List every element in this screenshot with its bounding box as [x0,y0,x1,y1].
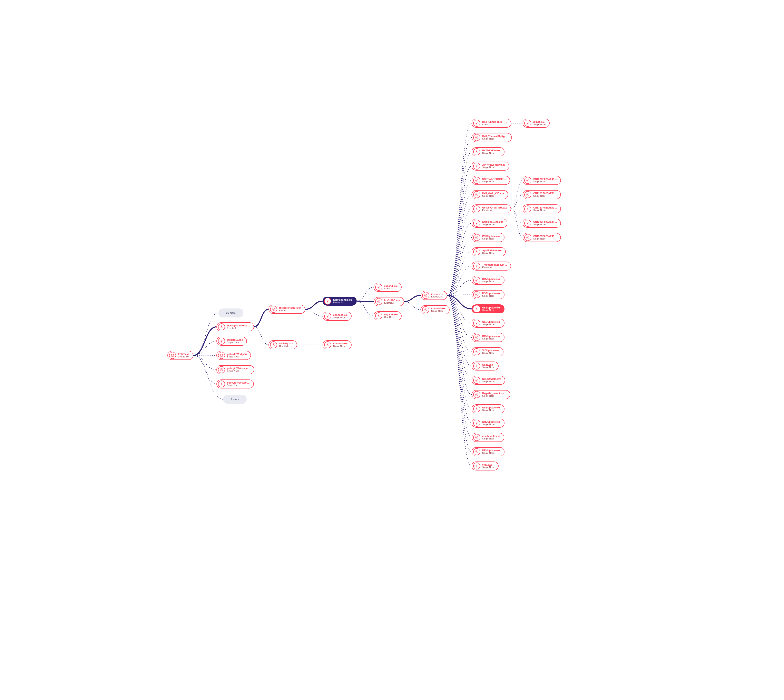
svg-point-8 [327,301,328,302]
inv-1[interactable]: conhost.exeSingle Node [421,305,450,314]
big-3[interactable]: APPWInventory.exeSingle Node [471,162,509,170]
gear-icon [524,120,531,127]
svc-1[interactable]: InvColPC.exeEvents: 2 [374,297,404,306]
big-13[interactable]: USBUpdate.exeSingle Node [471,304,505,313]
svg-point-35 [476,394,477,395]
svg-point-38 [476,437,477,438]
big-15[interactable]: DRVUpdate.exeSingle Node [471,333,505,342]
big-24[interactable]: cmd.exeSingle Node [471,462,498,470]
node-title: ServiceShell.exe [333,299,353,301]
left-node-3[interactable]: policytoWstorage…Single Node [216,365,254,374]
node-title: policytoWsystem… [227,382,250,384]
node-title: USBUpdate.exe [482,321,500,323]
node-title: DRVUpdate.exe [482,421,500,423]
gear-icon [473,320,480,327]
big-4[interactable]: SOFTWARECOMP…Single Node [471,176,510,185]
gdv-4[interactable]: CN132CF026AE41…Single Node [523,233,561,242]
node-title: CN132CF026AE41… [533,178,557,180]
big-7[interactable]: SalomonDeck.exeSingle Node [471,219,507,228]
big-5[interactable]: Dell_GWL_CIC.exeSingle Node [471,190,508,199]
svg-point-19 [476,166,477,167]
pill-less[interactable]: 9 more [223,395,247,404]
ridic-conhost-0[interactable]: conhost.exeSingle Node [323,312,351,321]
node-title: Update19.exe [227,339,243,341]
big-6[interactable]: GetDevDrVer32W.exeEvents: 4 [471,205,511,213]
svg-point-23 [476,223,477,223]
big-11[interactable]: DRVUpdate.exeSingle Node [471,276,505,285]
svg-point-7 [273,344,274,345]
node-subtitle: Single Node [482,166,505,169]
big-1[interactable]: Dell_ThermalPlpKgl…Single Node [471,133,512,142]
node-title: expand.exe [384,285,398,287]
node-subtitle: Single Node [482,438,500,440]
node-subtitle: Single Node [533,223,557,226]
big-8[interactable]: PNPUpdate.exeSingle Node [471,233,505,242]
svg-point-34 [476,380,477,381]
node-title: conhost.exe [333,342,348,345]
svc-0[interactable]: expand.exeOne Child [374,283,401,292]
svc-2[interactable]: expand.exeOne Child [374,311,401,320]
node-subtitle: Single Node [482,180,506,183]
big-0[interactable]: Bnd_Check_Run_T…One Child [471,119,511,128]
gear-icon [524,205,531,212]
gdv-0[interactable]: CN132CF026AE41…Single Node [523,176,561,185]
big-16[interactable]: VIDUpdate.exeSingle Node [471,347,503,356]
svg-point-1 [221,327,222,327]
big-14[interactable]: USBUpdate.exeSingle Node [471,319,505,328]
svg-point-12 [378,301,379,302]
big-9[interactable]: AppUpdateu.exeSingle Node [471,247,506,256]
node-title: ThunderboltZdevIn… [482,263,507,266]
dell-0[interactable]: RIDICExtractor.exeEvents: 2 [269,305,305,314]
big-19[interactable]: Reg-MX_Inventory…Single Node [471,390,510,399]
big-22[interactable]: combininfo.exeSingle Node [471,433,504,442]
big-10[interactable]: ThunderboltZdevIn…Events: 0 [471,262,511,270]
root-node[interactable]: ESMT.exeEvents: 50 [167,351,193,360]
svg-point-44 [527,208,528,209]
big-12[interactable]: USBUpdate.exeSingle Node [471,290,505,299]
left-node-2[interactable]: policytoWnd.p5uSingle Node [216,351,251,360]
left-node-1[interactable]: Update19.exeSingle Node [216,337,247,346]
left-node-0[interactable]: Dell-Update-Reco…Events: 2 [216,322,254,331]
big-21[interactable]: DRVUpdate.exeSingle Node [471,418,505,428]
svg-point-25 [476,252,477,252]
svg-point-22 [476,208,477,209]
gear-icon [473,205,480,212]
gear-icon [324,313,331,320]
ridic-conhost-1[interactable]: conhost.exeSingle Node [323,340,351,349]
node-subtitle: Single Node [227,341,243,344]
node-title: policytoWnd.p5u [227,353,247,356]
node-subtitle: Single Node [482,352,500,354]
node-subtitle: Events: 4 [482,209,507,212]
big-17[interactable]: ws2z.exeSingle Node [471,362,498,370]
gdv-1[interactable]: CN132CF026AE41…Single Node [523,190,561,199]
gear-icon [473,120,480,127]
gear-icon [473,377,480,384]
big-18[interactable]: SCSIUpdate.exeSingle Node [471,376,505,385]
node-title: Dell_ThermalPlpKgl… [482,135,508,138]
pill-more[interactable]: 25 more [219,308,243,317]
big-23[interactable]: DRVUpdate.exeSingle Node [471,447,505,456]
bnd-child[interactable]: qlibat.exeSingle Node [523,119,550,128]
svg-point-41 [527,123,528,123]
gdv-3[interactable]: CN132CF026AE41…Single Node [523,219,561,228]
node-subtitle: Events: 2 [384,302,400,304]
dell-1[interactable]: winlstry.exeOne Child [269,340,297,349]
left-node-4[interactable]: policytoWsystem…Single Node [216,380,254,388]
inv-0[interactable]: invcol.exeEvents: 25 [421,291,447,300]
node-subtitle: Single Node [482,423,500,426]
gear-icon [218,338,225,345]
gdv-2[interactable]: CN132CF026AE41…Single Node [523,205,561,213]
node-title: winlstry.exe [279,342,293,345]
big-2[interactable]: EXTDEVFIn.exeSingle Node [471,147,505,156]
svg-point-28 [476,294,477,295]
gear-icon [473,305,480,312]
big-20[interactable]: USBUpdate.exeSingle Node [471,404,505,413]
svg-point-36 [476,408,477,409]
svg-point-15 [425,309,426,310]
service-shell[interactable]: ServiceShell.exeEvents: 5 [323,297,357,306]
node-subtitle: Events: 5 [333,301,353,304]
node-subtitle: One Child [279,345,293,347]
node-subtitle: Events: 2 [227,327,250,330]
node-title: conhost.exe [431,307,445,310]
gear-icon [524,220,531,227]
